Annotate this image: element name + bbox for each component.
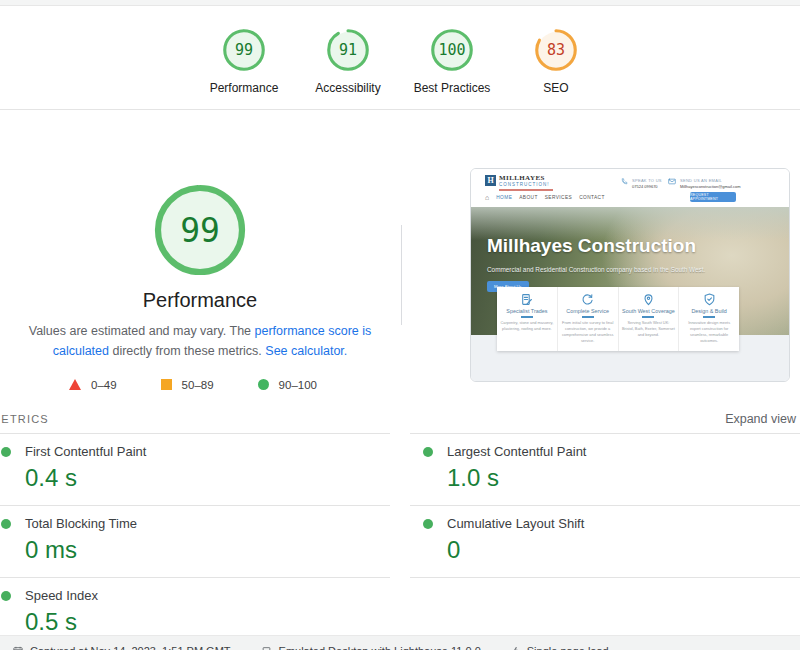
thumb-nav: ⌂ HOME ABOUT SERVICES CONTACT (485, 194, 605, 201)
thumb-card-description: Carpentry, stone and masonry, plastering… (500, 320, 554, 332)
shield-check-icon (703, 292, 716, 306)
thumb-card-design-build: Design & Build Innovative design meets e… (679, 287, 739, 351)
legend-fail: 0–49 (69, 379, 117, 391)
pass-dot-icon (1, 447, 11, 457)
clipboard-pencil-icon (520, 292, 533, 306)
thumb-card-description: Innovative design meets expert construct… (682, 320, 736, 343)
score-gauge-best-practices[interactable]: 100 Best Practices (404, 28, 500, 95)
email-icon (668, 178, 676, 185)
thumb-card-title: Design & Build (691, 308, 726, 315)
thumb-request-appointment-button: REQUEST APPOINTMENT (690, 192, 736, 202)
gauge-ring-best-practices: 100 (430, 28, 474, 72)
score-gauge-seo[interactable]: 83 SEO (508, 28, 604, 95)
average-square-icon (161, 379, 172, 390)
home-icon: ⌂ (485, 194, 489, 201)
metric-value: 1.0 s (447, 464, 800, 492)
metric-value: 0.5 s (25, 608, 390, 636)
thumb-hero-title: Millhayes Construction (487, 235, 696, 257)
thumb-logo-suffix: CONSTRUCTION! (499, 182, 553, 188)
metric-total-blocking-time: Total Blocking Time 0 ms (0, 505, 390, 577)
thumb-logo-tagline (499, 189, 553, 191)
description-text: Values are estimated and may vary. The (29, 324, 255, 338)
expand-view-button[interactable]: Expand view (725, 412, 796, 426)
score-gauge-accessibility[interactable]: 91 Accessibility (300, 28, 396, 95)
card-underline (642, 316, 654, 318)
pagespeed-report: 99 Performance 91 Accessibility 100 (0, 0, 800, 650)
top-divider-strip (0, 0, 800, 6)
gauge-ring-performance: 99 (222, 28, 266, 72)
score-value: 83 (534, 28, 578, 72)
metrics-title: METRICS (0, 413, 49, 425)
metric-value: 0.4 s (25, 464, 390, 492)
category-scores-row: 99 Performance 91 Accessibility 100 (0, 7, 800, 110)
metric-largest-contentful-paint: Largest Contentful Paint 1.0 s (410, 433, 800, 505)
score-value: 100 (430, 28, 474, 72)
metric-label: Total Blocking Time (25, 516, 137, 531)
score-gauge-performance[interactable]: 99 Performance (196, 28, 292, 95)
pass-dot-icon (423, 447, 433, 457)
refresh-arrows-icon (581, 292, 594, 306)
card-underline (582, 316, 594, 318)
pass-circle-icon (258, 379, 269, 390)
thumb-logo-name: MILLHAYES (499, 175, 553, 182)
thumb-logo: H MILLHAYES CONSTRUCTION! (485, 175, 553, 191)
metric-label: Largest Contentful Paint (447, 444, 586, 459)
metric-label: First Contentful Paint (25, 444, 146, 459)
thumb-site-header: H MILLHAYES CONSTRUCTION! SPEAK TO US 07… (471, 169, 789, 207)
pass-dot-icon (1, 519, 11, 529)
score-label: SEO (543, 81, 568, 95)
metric-cumulative-layout-shift: Cumulative Layout Shift 0 (410, 505, 800, 577)
thumb-nav-contact: CONTACT (579, 195, 605, 200)
card-underline (703, 316, 715, 318)
performance-score-value: 99 (152, 182, 248, 278)
metric-value: 0 ms (25, 536, 390, 564)
thumb-feature-cards: Specialist Trades Carpentry, stone and m… (497, 287, 739, 351)
vertical-divider (401, 225, 402, 325)
legend-range-label: 90–100 (279, 379, 317, 391)
score-legend: 0–49 50–89 90–100 (69, 379, 331, 391)
thumb-hero-subtitle: Commercial and Residential Construction … (487, 266, 705, 273)
see-calculator-link[interactable]: See calculator. (265, 344, 347, 358)
score-label: Best Practices (414, 81, 491, 95)
score-label: Accessibility (315, 81, 380, 95)
pass-dot-icon (1, 591, 11, 601)
thumb-nav-home: HOME (496, 195, 512, 200)
calendar-icon (13, 646, 23, 650)
laptop-icon (261, 646, 272, 650)
captured-at-text: Captured at Nov 14, 2023, 1:51 PM GMT (30, 645, 231, 650)
thumb-card-description: From initial site survey to final constr… (561, 320, 615, 343)
gauge-ring-accessibility: 91 (326, 28, 370, 72)
card-underline (521, 316, 533, 318)
description-text: directly from these metrics. (109, 344, 265, 358)
performance-main-gauge: 99 (152, 182, 248, 278)
phone-icon (621, 178, 628, 185)
thumb-nav-about: ABOUT (519, 195, 538, 200)
legend-average: 50–89 (161, 379, 214, 391)
page-load-text: Single page load (527, 645, 609, 650)
environment-item: Emulated Desktop with Lighthouse 11.0.0 (261, 645, 481, 650)
metric-label: Cumulative Layout Shift (447, 516, 584, 531)
metric-label: Speed Index (25, 588, 98, 603)
metrics-section: METRICS Expand view First Contentful Pai… (0, 404, 800, 649)
thumb-card-specialist-trades: Specialist Trades Carpentry, stone and m… (497, 287, 558, 351)
score-label: Performance (210, 81, 279, 95)
page-load-item: Single page load (511, 645, 609, 650)
thumb-card-title: Complete Service (566, 308, 609, 315)
thumb-nav-services: SERVICES (545, 195, 572, 200)
pass-dot-icon (423, 519, 433, 529)
thumb-email-contact: SEND US AN EMAIL Millhayesconstruction@g… (668, 178, 741, 190)
legend-range-label: 0–49 (91, 379, 117, 391)
thumb-card-south-west-coverage: South West Coverage Serving South West U… (619, 287, 680, 351)
lightning-icon (511, 646, 520, 650)
thumb-card-title: Specialist Trades (506, 308, 547, 315)
score-value: 91 (326, 28, 370, 72)
performance-heading: Performance (143, 289, 258, 312)
performance-summary: 99 Performance Values are estimated and … (0, 110, 400, 391)
legend-range-label: 50–89 (182, 379, 214, 391)
thumb-card-complete-service: Complete Service From initial site surve… (558, 287, 619, 351)
report-environment-footer: Captured at Nov 14, 2023, 1:51 PM GMT Em… (0, 635, 800, 650)
thumb-phone-number: 07524 099670 (632, 184, 662, 190)
legend-pass: 90–100 (258, 379, 317, 391)
environment-text: Emulated Desktop with Lighthouse 11.0.0 (279, 645, 481, 650)
thumb-card-title: South West Coverage (622, 308, 675, 315)
